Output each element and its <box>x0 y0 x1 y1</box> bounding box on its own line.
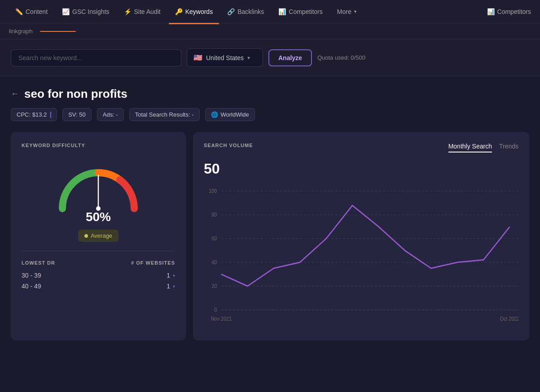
svg-text:0: 0 <box>214 307 217 313</box>
chevron-icon: ▾ <box>247 55 250 61</box>
total-search-value: Total Search Results: - <box>135 111 194 118</box>
competitors-icon: 📊 <box>278 8 286 15</box>
gsc-icon: 📈 <box>62 8 70 15</box>
dropdown-arrow-1[interactable]: ▾ <box>173 284 175 289</box>
chart-svg: 100 80 60 40 20 0 Nov 2021 Oct 2022 <box>204 186 518 330</box>
country-label: United States <box>206 54 244 61</box>
keyword-title: seo for non profits <box>24 87 127 101</box>
cpc-badge: CPC: $13.2 <box>11 108 57 121</box>
dr-col1-header: LOWEST DR <box>22 260 55 266</box>
search-vol-header: SEARCH VOLUME Monthly Search Trends <box>204 143 518 157</box>
keywords-icon: 🔑 <box>175 8 183 15</box>
nav-item-audit[interactable]: ⚡ Site Audit <box>118 5 167 18</box>
nav-item-gsc[interactable]: 📈 GSC Insights <box>56 5 115 18</box>
globe-icon: 🌐 <box>211 111 218 118</box>
dr-row-1: 40 - 49 1 ▾ <box>22 281 175 292</box>
stats-row: CPC: $13.2 SV: 50 Ads: - Total Search Re… <box>11 108 529 121</box>
svg-text:Oct 2022: Oct 2022 <box>500 316 518 322</box>
nav-competitors-right[interactable]: 📊 Competitors <box>487 8 531 15</box>
average-label: Average <box>91 232 112 239</box>
more-label: More <box>337 8 351 15</box>
ads-badge: Ads: - <box>97 108 124 121</box>
dr-range-0: 30 - 39 <box>22 272 41 279</box>
card-divider <box>22 251 175 251</box>
quota-text: Quota used: 0/500 <box>317 54 365 61</box>
nav-item-competitors[interactable]: 📊 Competitors <box>272 5 329 18</box>
sv-badge: SV: 50 <box>62 108 92 121</box>
dropdown-arrow-0[interactable]: ▾ <box>173 273 175 278</box>
svg-text:40: 40 <box>211 260 217 266</box>
main-content: ← seo for non profits CPC: $13.2 SV: 50 … <box>0 76 540 351</box>
cpc-divider <box>50 112 51 118</box>
tab-trends[interactable]: Trends <box>499 143 518 152</box>
flag-icon: 🇺🇸 <box>193 53 202 62</box>
dr-range-1: 40 - 49 <box>22 283 41 290</box>
audit-icon: ⚡ <box>124 8 132 15</box>
navbar: ✏️ Content 📈 GSC Insights ⚡ Site Audit 🔑… <box>0 0 540 23</box>
dr-count-0: 1 ▾ <box>167 272 175 279</box>
chart-area: 100 80 60 40 20 0 Nov 2021 Oct 2022 <box>204 186 518 330</box>
chevron-down-icon: ▾ <box>354 9 356 14</box>
search-section: 🇺🇸 United States ▾ Analyze Quota used: 0… <box>0 39 540 76</box>
gauge-svg <box>53 157 143 220</box>
cpc-value: CPC: $13.2 <box>17 111 47 118</box>
backlinks-icon: 🔗 <box>227 8 235 15</box>
avg-dot <box>84 234 88 238</box>
nav-item-backlinks[interactable]: 🔗 Backlinks <box>221 5 270 18</box>
nav-label-audit: Site Audit <box>134 8 161 15</box>
nav-label-content: Content <box>26 8 48 15</box>
search-vol-number: 50 <box>204 161 518 177</box>
svg-text:100: 100 <box>209 188 217 194</box>
tab-monthly-search[interactable]: Monthly Search <box>448 143 492 152</box>
svg-text:80: 80 <box>211 212 217 218</box>
average-badge: Average <box>78 230 119 242</box>
search-input[interactable] <box>11 49 181 66</box>
country-selector[interactable]: 🇺🇸 United States ▾ <box>187 48 263 67</box>
dr-table: LOWEST DR # OF WEBSITES 30 - 39 1 ▾ 40 -… <box>22 260 175 292</box>
gauge-wrapper <box>53 157 143 211</box>
nav-item-more[interactable]: More ▾ <box>331 5 363 18</box>
nav-label-competitors: Competitors <box>289 8 322 15</box>
nav-label-gsc: GSC Insights <box>72 8 109 15</box>
active-underline <box>40 31 76 32</box>
difficulty-title: KEYWORD DIFFICULTY <box>22 143 175 148</box>
worldwide-label: WorldWide <box>221 111 249 118</box>
search-volume-card: SEARCH VOLUME Monthly Search Trends 50 <box>193 132 529 340</box>
worldwide-badge[interactable]: 🌐 WorldWide <box>205 108 255 121</box>
cards-row: KEYWORD DIFFICULTY <box>11 132 529 340</box>
nav-competitors-right-label: Competitors <box>497 8 531 15</box>
nav-label-backlinks: Backlinks <box>237 8 264 15</box>
gauge-container: 50% Average <box>22 157 175 242</box>
sv-value: SV: 50 <box>68 111 86 118</box>
dr-row-0: 30 - 39 1 ▾ <box>22 270 175 281</box>
dr-col2-header: # OF WEBSITES <box>131 260 175 266</box>
nav-label-keywords: Keywords <box>185 8 213 15</box>
ads-value: Ads: - <box>103 111 118 118</box>
dr-header-row: LOWEST DR # OF WEBSITES <box>22 260 175 266</box>
search-vol-title: SEARCH VOLUME <box>204 143 253 148</box>
content-icon: ✏️ <box>15 8 23 15</box>
secondary-bar: linkgraph <box>0 23 540 39</box>
back-button[interactable]: ← <box>11 89 19 99</box>
bar-chart-icon: 📊 <box>487 8 495 15</box>
analyze-button[interactable]: Analyze <box>268 49 312 66</box>
svg-text:60: 60 <box>211 236 217 242</box>
svg-text:20: 20 <box>211 283 217 289</box>
dr-count-1: 1 ▾ <box>167 283 175 290</box>
nav-item-keywords[interactable]: 🔑 Keywords <box>169 5 219 18</box>
nav-item-content[interactable]: ✏️ Content <box>9 5 54 18</box>
difficulty-card: KEYWORD DIFFICULTY <box>11 132 186 340</box>
svg-text:Nov 2021: Nov 2021 <box>211 316 232 322</box>
chart-tabs: Monthly Search Trends <box>448 143 518 152</box>
brand-text: linkgraph <box>9 28 33 35</box>
keyword-header: ← seo for non profits <box>11 87 529 101</box>
svg-point-1 <box>96 206 101 211</box>
total-search-badge: Total Search Results: - <box>129 108 200 121</box>
